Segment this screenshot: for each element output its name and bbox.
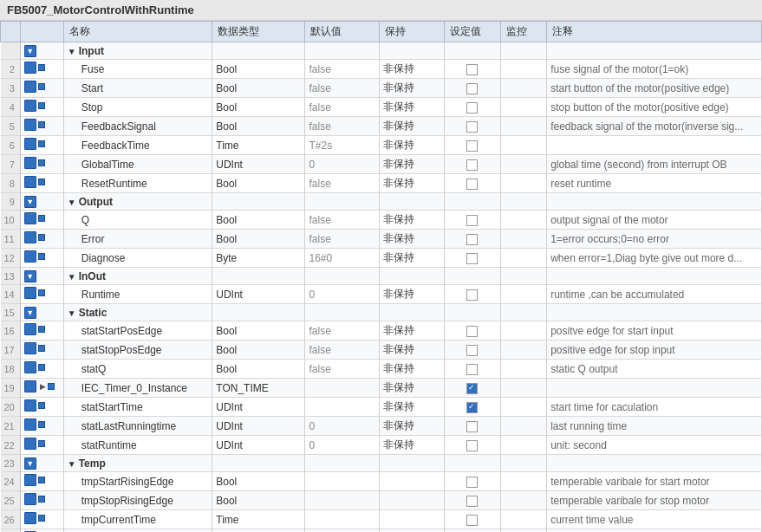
- expand-icon[interactable]: ▼: [24, 196, 36, 208]
- row-icons: [20, 436, 63, 455]
- setval-checkbox[interactable]: [466, 326, 478, 337]
- row-setval: [445, 304, 500, 321]
- setval-checkbox[interactable]: [466, 421, 478, 432]
- row-persist: [380, 491, 445, 510]
- row-name: Error: [63, 230, 212, 249]
- setval-checkbox[interactable]: [466, 64, 478, 75]
- table-row[interactable]: 26tmpCurrentTimeTimecurrent time value: [1, 510, 762, 529]
- collapse-arrow-icon[interactable]: ▼: [68, 47, 76, 56]
- setval-checkbox[interactable]: [466, 364, 478, 375]
- table-row[interactable]: 2FuseBoolfalse非保持fuse signal of the moto…: [1, 60, 762, 79]
- row-comment: [547, 304, 762, 321]
- row-setval: [445, 360, 500, 379]
- row-monitor: [500, 436, 547, 455]
- row-type: [212, 455, 305, 472]
- table-row[interactable]: 4StopBoolfalse非保持stop button of the moto…: [1, 98, 762, 117]
- setval-checkbox[interactable]: [466, 496, 478, 507]
- row-name: FeedbackSignal: [63, 117, 212, 136]
- table-row[interactable]: 5FeedbackSignalBoolfalse非保持feedback sign…: [1, 117, 762, 136]
- setval-checkbox[interactable]: [466, 440, 478, 451]
- table-row[interactable]: 12DiagnoseByte16#0非保持when error=1,Diag b…: [1, 249, 762, 268]
- table-row[interactable]: 13▼▼InOut: [1, 268, 762, 285]
- setval-checkbox[interactable]: [466, 178, 478, 190]
- table-row[interactable]: 22statRuntimeUDInt0非保持unit: second: [1, 436, 762, 455]
- table-row[interactable]: ▼▼Input: [1, 42, 762, 60]
- table-row[interactable]: 27tmpFeedbackBool: [1, 529, 762, 533]
- table-row[interactable]: 21statLastRunningtimeUDInt0非保持last runni…: [1, 417, 762, 436]
- row-type-icon: [24, 81, 36, 93]
- collapse-arrow-icon[interactable]: ▼: [68, 272, 76, 282]
- setval-checkbox[interactable]: [466, 289, 478, 301]
- table-row[interactable]: 23▼▼Temp: [1, 455, 762, 472]
- row-indicator: [38, 140, 45, 147]
- table-row[interactable]: 3StartBoolfalse非保持start button of the mo…: [1, 79, 762, 98]
- table-row[interactable]: 24tmpStartRisingEdgeBooltemperable varib…: [1, 472, 762, 491]
- setval-checkbox[interactable]: [466, 83, 478, 94]
- row-persist: 非保持: [380, 155, 445, 174]
- row-icons: [20, 341, 63, 360]
- setval-checkbox[interactable]: [466, 215, 478, 226]
- table-row[interactable]: 8ResetRuntimeBoolfalse非保持reset runtime: [1, 174, 762, 193]
- setval-checkbox[interactable]: [466, 121, 478, 133]
- table-row[interactable]: 10QBoolfalse非保持output signal of the moto…: [1, 211, 762, 230]
- expand-icon[interactable]: ▼: [24, 45, 36, 57]
- setval-checkbox[interactable]: [466, 234, 478, 245]
- header-row: 名称 数据类型 默认值 保持 设定值 监控 注释: [1, 22, 762, 42]
- row-type-icon: [24, 418, 36, 431]
- setval-checkbox[interactable]: [466, 253, 478, 264]
- table-row[interactable]: 17statStopPosEdgeBoolfalse非保持positive ed…: [1, 341, 762, 360]
- expand-row-icon[interactable]: ▶: [40, 382, 46, 391]
- table-row[interactable]: 25tmpStopRisingEdgeBooltemperable variba…: [1, 491, 762, 510]
- field-name: tmpCurrentTime: [81, 514, 156, 526]
- table-container[interactable]: 名称 数据类型 默认值 保持 设定值 监控 注释 ▼▼Input2FuseBoo…: [0, 21, 762, 532]
- expand-icon[interactable]: ▼: [24, 457, 36, 470]
- table-row[interactable]: 19▶IEC_Timer_0_InstanceTON_TIME非保持: [1, 379, 762, 398]
- table-row[interactable]: 15▼▼Static: [1, 304, 762, 321]
- row-type: Byte: [212, 249, 305, 268]
- expand-icon[interactable]: ▼: [24, 307, 36, 319]
- setval-checkbox[interactable]: [466, 159, 478, 171]
- row-type: [212, 193, 305, 211]
- table-row[interactable]: 20statStartTimeUDInt非保持start time for ca…: [1, 398, 762, 417]
- row-name: statStopPosEdge: [63, 341, 212, 360]
- collapse-arrow-icon[interactable]: ▼: [68, 459, 76, 469]
- row-type: Bool: [212, 60, 305, 79]
- table-row[interactable]: 9▼▼Output: [1, 193, 762, 211]
- table-row[interactable]: 16statStartPosEdgeBoolfalse非保持positve ed…: [1, 321, 762, 341]
- table-row[interactable]: 6FeedbackTimeTimeT#2s非保持: [1, 136, 762, 155]
- setval-checkbox[interactable]: [466, 140, 478, 152]
- row-setval: [445, 98, 500, 117]
- row-icons: [20, 174, 63, 193]
- row-type: Bool: [212, 341, 305, 360]
- row-number: 3: [1, 79, 21, 98]
- row-indicator: [38, 440, 45, 447]
- row-icons: [20, 60, 63, 79]
- row-type: Bool: [212, 230, 305, 249]
- table-row[interactable]: 14RuntimeUDInt0非保持runtime ,can be accumu…: [1, 285, 762, 304]
- table-row[interactable]: 11ErrorBoolfalse非保持1=error occurs;0=no e…: [1, 230, 762, 249]
- row-persist: 非保持: [380, 117, 445, 136]
- col-persist: 保持: [380, 22, 445, 42]
- setval-checkbox[interactable]: [466, 345, 478, 356]
- setval-checkbox[interactable]: [466, 477, 478, 488]
- field-name: statStartPosEdge: [81, 325, 162, 337]
- setval-checkbox[interactable]: [466, 383, 478, 394]
- row-comment: [547, 193, 762, 211]
- setval-checkbox[interactable]: [466, 402, 478, 413]
- row-comment: temperable varibale for stop motor: [547, 491, 762, 510]
- row-default: [305, 455, 380, 472]
- collapse-arrow-icon[interactable]: ▼: [68, 198, 76, 207]
- setval-checkbox[interactable]: [466, 102, 478, 114]
- row-monitor: [500, 211, 547, 230]
- row-default: [305, 398, 380, 417]
- collapse-arrow-icon[interactable]: ▼: [68, 308, 76, 318]
- row-indicator: [38, 326, 45, 333]
- expand-icon[interactable]: ▼: [24, 270, 36, 282]
- table-row[interactable]: 18statQBoolfalse非保持static Q output: [1, 360, 762, 379]
- setval-checkbox[interactable]: [466, 515, 478, 526]
- row-icons: [20, 79, 63, 98]
- table-row[interactable]: 7GlobalTimeUDInt0非保持global time (second)…: [1, 155, 762, 174]
- group-name: InOut: [79, 270, 106, 282]
- row-type-icon: [24, 176, 36, 188]
- row-icons: [20, 472, 63, 491]
